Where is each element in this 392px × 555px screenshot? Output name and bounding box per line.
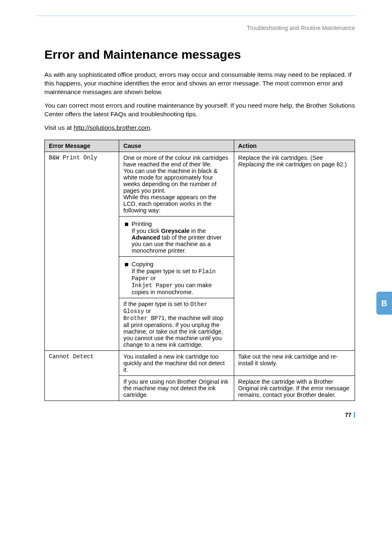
bullet-title: Copying — [131, 261, 229, 267]
bold: Advanced — [131, 234, 160, 241]
page-number-value: 77 — [345, 412, 351, 418]
mono: Inkjet Paper — [131, 282, 173, 289]
page-title: Error and Maintenance messages — [44, 48, 355, 62]
error-msg-cell: B&W Print Only — [45, 152, 119, 350]
header-section-label: Troubleshooting and Routine Maintenance — [44, 25, 355, 31]
bullet-body: If you click Greyscale in the Advanced t… — [131, 228, 229, 254]
t: If the paper type is set to — [123, 301, 190, 307]
bullet-title: Printing — [131, 221, 229, 227]
col-header-cause: Cause — [119, 140, 234, 152]
cause-cell: You installed a new ink cartridge too qu… — [119, 350, 234, 375]
col-header-error: Error Message — [45, 140, 119, 152]
cause-cell: Printing If you click Greyscale in the A… — [119, 216, 234, 256]
solutions-link[interactable]: http://solutions.brother.com — [74, 124, 150, 131]
cause-cell: If the paper type is set to Other Glossy… — [119, 298, 234, 350]
bullet-body: If the paper type is set to Plain Paper … — [131, 268, 229, 295]
action-text-end: on page 82.) — [311, 161, 346, 168]
bold: Greyscale — [161, 228, 189, 234]
intro-paragraph-2: You can correct most errors and routine … — [44, 101, 355, 119]
header-rule — [37, 16, 355, 16]
error-msg-cell: Cannot Detect — [45, 350, 119, 401]
intro-paragraph-1: As with any sophisticated office product… — [44, 71, 355, 97]
bullet-icon — [125, 223, 128, 226]
action-cell: Take out the new ink cartridge and re-in… — [234, 350, 355, 375]
bullet-icon — [125, 263, 128, 266]
visit-text: Visit us at — [44, 124, 74, 131]
action-cell: Replace the ink cartridges. (See Replaci… — [234, 152, 355, 350]
col-header-action: Action — [234, 140, 355, 152]
action-ref: Replacing the ink cartridges — [238, 161, 312, 168]
page-number: 77 — [345, 412, 355, 418]
action-text: Replace the ink cartridges. (See — [238, 154, 323, 161]
cause-cell: Copying If the paper type is set to Plai… — [119, 256, 234, 298]
error-messages-table: Error Message Cause Action B&W Print Onl… — [44, 140, 355, 401]
section-tab: B — [376, 292, 392, 315]
t: in the — [189, 228, 206, 234]
page-number-bar-icon — [354, 412, 355, 418]
mono: Brother BP71 — [123, 315, 165, 322]
intro-paragraph-3: Visit us at http://solutions.brother.com… — [44, 124, 355, 132]
cause-cell: If you are using non Brother Original in… — [119, 375, 234, 401]
t: or — [144, 308, 151, 314]
t: If you click — [131, 228, 161, 234]
cause-cell: One or more of the colour ink cartridges… — [119, 152, 234, 216]
table-row: Cannot Detect You installed a new ink ca… — [45, 350, 355, 375]
t: or — [149, 275, 156, 281]
visit-text-end: . — [150, 124, 152, 131]
action-cell: Replace the cartridge with a Brother Ori… — [234, 375, 355, 401]
t: If the paper type is set to — [131, 268, 198, 274]
table-row: B&W Print Only One or more of the colour… — [45, 152, 355, 216]
